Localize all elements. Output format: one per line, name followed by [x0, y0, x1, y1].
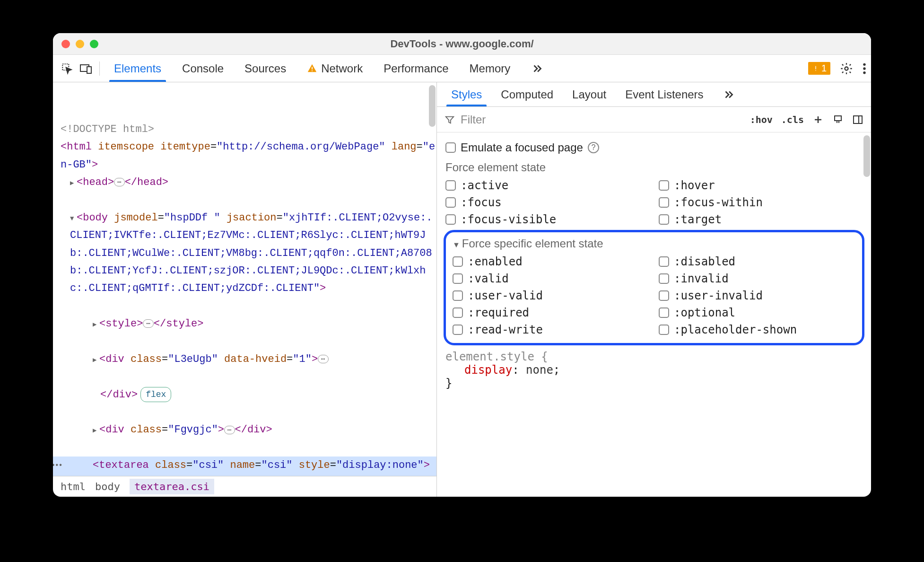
badge-count: 1 — [821, 63, 827, 74]
selected-node[interactable]: <textarea class="csi" name="csi" style="… — [53, 457, 436, 476]
tab-network[interactable]: Network — [296, 55, 373, 82]
checkbox[interactable] — [659, 256, 669, 267]
rule-val[interactable]: none — [526, 363, 553, 377]
chevron-double-right-icon — [531, 62, 543, 75]
ellipsis-icon[interactable]: ⋯ — [224, 426, 235, 434]
checkbox[interactable] — [453, 325, 463, 335]
dom-tree[interactable]: <!DOCTYPE html> <html itemscope itemtype… — [53, 82, 436, 476]
state-placeholder-shown[interactable]: :placeholder-shown — [659, 323, 855, 336]
emulate-focused-checkbox[interactable] — [445, 142, 456, 153]
more-rtabs-button[interactable] — [713, 82, 744, 106]
checkbox[interactable] — [453, 273, 463, 284]
crumb-body[interactable]: body — [95, 481, 120, 492]
checkbox[interactable] — [659, 273, 669, 284]
head-node[interactable]: ▶<head>⋯</head> — [61, 174, 436, 191]
scrollbar[interactable] — [863, 135, 870, 177]
tab-sources[interactable]: Sources — [234, 55, 296, 82]
rtab-event-listeners[interactable]: Event Listeners — [616, 82, 713, 106]
checkbox[interactable] — [659, 180, 669, 191]
state-valid[interactable]: :valid — [453, 272, 649, 285]
state-enabled[interactable]: :enabled — [453, 255, 649, 268]
checkbox[interactable] — [445, 197, 456, 208]
new-style-rule-button[interactable] — [812, 114, 824, 125]
cls-toggle[interactable]: .cls — [781, 114, 804, 125]
force-state-grid: :active :hover :focus :focus-within :foc… — [445, 179, 863, 226]
hov-toggle[interactable]: :hov — [750, 114, 773, 125]
state-invalid[interactable]: :invalid — [659, 272, 855, 285]
rtab-layout[interactable]: Layout — [563, 82, 616, 106]
state-label: :placeholder-shown — [674, 323, 797, 336]
warning-icon — [812, 65, 819, 72]
ellipsis-icon[interactable]: ⋯ — [114, 178, 124, 186]
body-node[interactable]: ▼<body jsmodel="hspDDf " jsaction="xjhTI… — [61, 209, 436, 298]
ellipsis-icon[interactable]: ⋯ — [318, 355, 328, 363]
div-node[interactable]: ▶<div class="L3eUgb" data-hveid="1">⋯ — [61, 351, 436, 368]
state-read-write[interactable]: :read-write — [453, 323, 649, 336]
computed-styles-button[interactable] — [832, 114, 844, 125]
tab-console[interactable]: Console — [172, 55, 234, 82]
chevron-double-right-icon — [723, 88, 735, 101]
toggle-sidebar-button[interactable] — [852, 114, 863, 125]
checkbox[interactable] — [659, 290, 669, 301]
state-disabled[interactable]: :disabled — [659, 255, 855, 268]
specific-state-header[interactable]: ▼Force specific element state — [453, 237, 855, 250]
filter-input[interactable]: Filter — [445, 113, 742, 126]
state-optional[interactable]: :optional — [659, 306, 855, 319]
div-node[interactable]: ▶<div class="Fgvgjc">⋯</div> — [61, 421, 436, 439]
state-label: :enabled — [468, 255, 523, 268]
brush-icon — [832, 114, 844, 125]
state-user-invalid[interactable]: :user-invalid — [659, 289, 855, 302]
rtab-computed[interactable]: Computed — [491, 82, 563, 106]
state-target[interactable]: :target — [659, 213, 863, 226]
filter-icon — [445, 114, 455, 125]
state-focus-visible[interactable]: :focus-visible — [445, 213, 649, 226]
rtab-styles[interactable]: Styles — [442, 82, 491, 106]
titlebar: DevTools - www.google.com/ — [53, 33, 871, 55]
element-style-rule[interactable]: element.style { display: none; } — [445, 350, 863, 390]
inspect-element-icon[interactable] — [58, 59, 77, 78]
tab-label: Console — [182, 62, 224, 75]
tab-memory[interactable]: Memory — [459, 55, 521, 82]
doctype-node[interactable]: <!DOCTYPE html> — [61, 123, 154, 135]
checkbox[interactable] — [453, 307, 463, 318]
rule-prop[interactable]: display — [464, 363, 512, 377]
checkbox[interactable] — [659, 307, 669, 318]
device-toolbar-icon[interactable] — [77, 59, 96, 78]
crumb-html[interactable]: html — [61, 481, 86, 492]
crumb-textarea[interactable]: textarea.csi — [130, 479, 214, 494]
checkbox[interactable] — [445, 214, 456, 225]
ellipsis-icon[interactable]: ⋯ — [143, 319, 153, 328]
warning-icon — [307, 63, 317, 74]
rule-close: } — [445, 377, 863, 390]
issues-badge[interactable]: 1 — [808, 62, 830, 75]
state-focus-within[interactable]: :focus-within — [659, 196, 863, 209]
state-focus[interactable]: :focus — [445, 196, 649, 209]
style-node[interactable]: ▶<style>⋯</style> — [61, 315, 436, 333]
state-user-valid[interactable]: :user-valid — [453, 289, 649, 302]
checkbox[interactable] — [659, 214, 669, 225]
tab-elements[interactable]: Elements — [104, 55, 172, 82]
more-tabs-button[interactable] — [521, 55, 554, 82]
state-active[interactable]: :active — [445, 179, 649, 192]
panel-tabs: Elements Console Sources Network Perform… — [104, 55, 554, 82]
state-label: :required — [468, 306, 529, 319]
state-hover[interactable]: :hover — [659, 179, 863, 192]
scrollbar[interactable] — [429, 85, 436, 127]
breadcrumbs: html body textarea.csi — [53, 476, 436, 497]
help-icon[interactable]: ? — [588, 142, 599, 153]
kebab-menu-button[interactable] — [863, 62, 866, 75]
checkbox[interactable] — [453, 256, 463, 267]
state-required[interactable]: :required — [453, 306, 649, 319]
checkbox[interactable] — [453, 290, 463, 301]
disclosure-triangle-icon[interactable]: ▼ — [453, 241, 460, 249]
settings-button[interactable] — [840, 62, 853, 75]
flex-badge[interactable]: flex — [140, 387, 171, 403]
checkbox[interactable] — [659, 197, 669, 208]
checkbox[interactable] — [659, 325, 669, 335]
checkbox[interactable] — [445, 180, 456, 191]
tab-performance[interactable]: Performance — [373, 55, 459, 82]
div-close[interactable]: </div>flex — [61, 386, 436, 404]
svg-point-7 — [845, 67, 848, 70]
filter-bar: Filter :hov .cls — [437, 107, 871, 132]
html-node[interactable]: <html itemscope itemtype="http://schema.… — [61, 141, 435, 170]
